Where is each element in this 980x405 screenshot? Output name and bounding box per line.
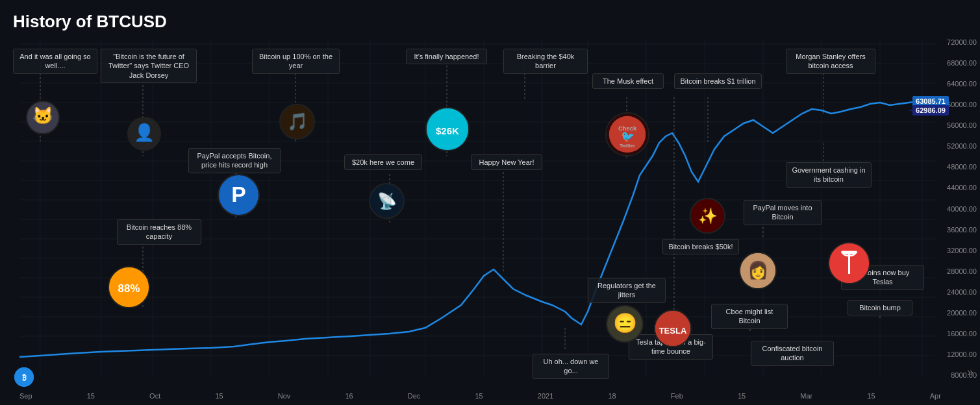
- btcusd-icon: ₿: [14, 367, 34, 387]
- y-label-4: 60000.00: [947, 101, 977, 108]
- svg-text:✨: ✨: [698, 206, 718, 225]
- svg-text:₿: ₿: [22, 373, 27, 382]
- svg-text:👤: 👤: [134, 123, 155, 143]
- x-label-15d: 15: [738, 392, 746, 400]
- annotation-20: Government cashing in its bitcoin: [786, 162, 872, 188]
- y-label-7: 48000.00: [947, 164, 977, 171]
- icon-3: 🎵: [279, 104, 315, 140]
- y-label-10: 36000.00: [947, 227, 977, 234]
- icon-8: Check 🐦 Twitter: [605, 112, 649, 156]
- annotation-16: PayPal moves into Bitcoin: [744, 200, 822, 225]
- icon-13: [828, 242, 870, 284]
- annotation-4: Bitcoin reaches 88% capacity: [117, 219, 201, 245]
- y-label-11: 32000.00: [947, 247, 977, 254]
- y-label-3: 64000.00: [947, 80, 977, 88]
- x-label-15b: 15: [215, 392, 223, 400]
- svg-text:😑: 😑: [613, 312, 638, 335]
- y-label-9: 40000.00: [947, 206, 977, 213]
- svg-text:🐦: 🐦: [621, 130, 635, 143]
- annotation-10: Uh oh... down we go...: [533, 354, 609, 379]
- svg-text:$26K: $26K: [436, 125, 459, 136]
- svg-text:📡: 📡: [377, 191, 397, 210]
- y-label-5: 56000.00: [947, 122, 977, 129]
- annotation-3: Bitcoin up 100% on the year: [252, 49, 340, 74]
- svg-text:88%: 88%: [118, 282, 140, 295]
- annotation-12: Regulators get the jitters: [588, 278, 666, 303]
- annotation-18: Confiscated bitcoin auction: [751, 341, 834, 366]
- annotation-8: Breaking the $40k barrier: [503, 49, 588, 74]
- icon-11: ✨: [690, 198, 725, 234]
- y-label-16: 12000.00: [947, 351, 977, 358]
- icon-7: $26K: [425, 107, 470, 151]
- annotation-7: It's finally happened!: [406, 49, 487, 64]
- x-label-15a: 15: [87, 392, 95, 400]
- y-label-13: 24000.00: [947, 289, 977, 296]
- y-label-6: 52000.00: [947, 143, 977, 150]
- svg-text:Twitter: Twitter: [620, 143, 635, 149]
- icon-10: TESLA: [654, 310, 692, 347]
- x-label-2021: 2021: [538, 392, 553, 400]
- annotation-1: And it was all going so well....: [13, 49, 97, 74]
- icon-6: 📡: [369, 183, 405, 219]
- annotation-14: Bitcoin breaks $1 trillion: [674, 73, 762, 89]
- annotation-19: Morgan Stanley offers bitcoin access: [786, 49, 875, 74]
- x-label-nov: Nov: [278, 392, 291, 400]
- svg-text:P: P: [231, 182, 246, 206]
- annotation-11: The Musk effect: [592, 73, 664, 89]
- icon-9: 😑: [606, 305, 644, 343]
- annotation-5: PayPal accepts Bitcoin, price hits recor…: [188, 148, 281, 173]
- annotation-6: $20k here we come: [344, 154, 422, 170]
- price-low: 62986.09: [912, 105, 949, 116]
- nav-arrow[interactable]: »: [967, 365, 974, 379]
- annotation-2: "Bitcoin is the future of Twitter" says …: [101, 49, 197, 83]
- svg-text:🐱: 🐱: [32, 106, 54, 126]
- x-label-sep: Sep: [19, 392, 32, 400]
- annotation-22: Bitcoin bump: [848, 300, 912, 315]
- x-label-feb: Feb: [671, 392, 683, 400]
- x-label-18: 18: [608, 392, 616, 400]
- x-label-16: 16: [345, 392, 353, 400]
- y-label-1: 72000.00: [947, 39, 977, 46]
- x-label-apr: Apr: [930, 392, 941, 400]
- y-label-14: 20000.00: [947, 310, 977, 317]
- icon-5: P: [218, 174, 260, 216]
- y-label-12: 28000.00: [947, 268, 977, 275]
- chart-container: History of BTCUSD 72000.00 68000.00 6400…: [0, 0, 980, 405]
- annotation-15: Bitcoin breaks $50k!: [662, 239, 739, 254]
- y-label-15: 16000.00: [947, 330, 977, 338]
- y-label-2: 68000.00: [947, 60, 977, 67]
- x-axis: Sep 15 Oct 15 Nov 16 Dec 15 2021 18 Feb …: [19, 392, 941, 400]
- annotation-9: Happy New Year!: [471, 154, 542, 170]
- icon-4: 88%: [108, 266, 150, 308]
- page-title: History of BTCUSD: [13, 12, 167, 32]
- x-label-15c: 15: [475, 392, 483, 400]
- y-axis: 72000.00 68000.00 64000.00 60000.00 5600…: [947, 0, 977, 405]
- icon-2: 👤: [127, 117, 161, 151]
- annotation-17: Cboe might list Bitcoin: [711, 304, 788, 329]
- x-label-mar: Mar: [800, 392, 812, 400]
- x-label-15e: 15: [867, 392, 875, 400]
- icon-12: 👩: [739, 252, 777, 289]
- x-label-dec: Dec: [408, 392, 421, 400]
- icon-1: 🐱: [26, 101, 60, 134]
- x-label-oct: Oct: [149, 392, 160, 400]
- y-label-8: 44000.00: [947, 184, 977, 191]
- svg-text:🎵: 🎵: [287, 111, 308, 132]
- svg-text:👩: 👩: [748, 260, 769, 280]
- svg-text:TESLA: TESLA: [659, 326, 687, 336]
